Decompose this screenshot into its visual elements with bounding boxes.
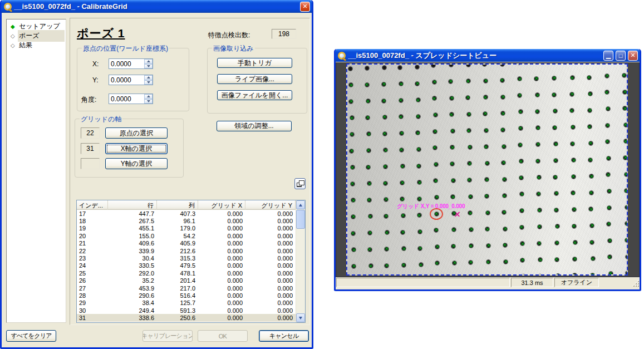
table-row[interactable]: 27453.9217.00.0000.000 xyxy=(77,284,296,292)
step-item[interactable]: ◇ 結果 xyxy=(7,41,66,50)
grid-dot xyxy=(587,75,592,80)
grid-dot xyxy=(383,181,388,186)
table-row[interactable]: 22339.9212.60.0000.000 xyxy=(77,247,296,254)
maximize-button[interactable]: □ xyxy=(616,51,626,61)
grid-dot xyxy=(519,191,524,196)
grid-dot xyxy=(381,82,386,87)
grid-dot xyxy=(485,161,490,166)
grid-dot xyxy=(500,127,505,132)
footer-button[interactable]: OK xyxy=(198,330,248,342)
column-header[interactable]: インデ... xyxy=(77,200,108,210)
step-bullet-icon: ◆ xyxy=(11,23,16,30)
grid-dot xyxy=(500,78,505,83)
column-header[interactable]: グリッド X xyxy=(198,200,245,210)
grid-dot xyxy=(415,81,420,86)
close-button[interactable]: ✕ xyxy=(300,2,310,12)
table-row[interactable]: 30249.4591.30.0000.000 xyxy=(77,307,296,314)
grid-dot xyxy=(535,142,540,147)
grid-dot xyxy=(538,257,543,262)
table-row[interactable]: 2330.4315.30.0000.000 xyxy=(77,254,296,262)
grid-dot xyxy=(552,125,557,130)
grid-dot xyxy=(351,198,356,203)
axis-select-button[interactable]: 原点の選択 xyxy=(105,127,168,139)
close-button[interactable]: ✕ xyxy=(628,51,638,61)
column-header[interactable]: 列 xyxy=(157,200,198,210)
grid-dot xyxy=(607,189,612,194)
spin-up-button[interactable] xyxy=(144,94,153,99)
capture-button[interactable]: ライブ画像... xyxy=(217,74,292,84)
grid-dot xyxy=(482,63,487,67)
grid-dot xyxy=(571,125,576,130)
spin-down-button[interactable] xyxy=(144,80,153,85)
status-time: 31.3 ms xyxy=(511,278,553,287)
grid-dot xyxy=(503,227,508,232)
table-row[interactable]: 2938.4125.70.0000.000 xyxy=(77,299,296,307)
table-row[interactable]: 18267.596.10.0000.000 xyxy=(77,217,296,224)
spin-up-button[interactable] xyxy=(144,59,153,64)
table-row[interactable]: 25292.0478.10.0000.000 xyxy=(77,269,296,277)
scroll-down-icon[interactable] xyxy=(296,313,305,322)
axis-count-box xyxy=(81,158,100,169)
grid-dot xyxy=(502,144,507,149)
step-list[interactable]: ◆ セットアップ ◇ ポーズ ◇ 結果 xyxy=(6,19,66,323)
grid-dot xyxy=(400,230,405,235)
grid-dot xyxy=(570,75,575,80)
table-header[interactable]: インデ...行列グリッド Xグリッド Y xyxy=(77,200,296,210)
capture-button[interactable]: 画像ファイルを開く... xyxy=(217,90,292,100)
grid-dot xyxy=(350,181,355,186)
grid-dot xyxy=(399,81,404,86)
image-view[interactable]: グリッド X,Y = 0.000_0.000 xyxy=(336,62,640,277)
axis-select-button[interactable]: X軸の選択 xyxy=(105,143,168,154)
grid-dot xyxy=(572,207,577,212)
resize-grip[interactable] xyxy=(632,280,639,287)
capture-button[interactable]: 手動トリガ xyxy=(217,58,292,68)
table-scrollbar[interactable] xyxy=(296,200,305,322)
table-row[interactable]: 17447.7407.30.0000.000 xyxy=(77,210,296,217)
table-row[interactable]: 20155.054.20.0000.000 xyxy=(77,232,296,239)
coordinate-spinbox[interactable]: 0.0000 xyxy=(109,75,153,85)
grid-dot xyxy=(537,224,542,229)
title-bar[interactable]: __is5100_0072fd_ - CalibrateGrid ✕ xyxy=(1,0,312,13)
table-row[interactable]: 19455.1179.00.0000.000 xyxy=(77,225,296,232)
calibration-photo[interactable]: グリッド X,Y = 0.000_0.000 xyxy=(346,63,628,276)
points-table[interactable]: インデ...行列グリッド Xグリッド Y 17447.7407.30.0000.… xyxy=(76,200,306,323)
copy-button[interactable] xyxy=(294,178,306,189)
table-row[interactable]: 2635.2201.40.0000.000 xyxy=(77,277,296,284)
column-header[interactable]: 行 xyxy=(108,200,157,210)
grid-dot xyxy=(434,212,439,217)
table-row[interactable]: 24330.5479.50.0000.000 xyxy=(77,262,296,269)
coordinate-spinbox[interactable]: 0.0000 xyxy=(109,94,153,104)
spin-up-button[interactable] xyxy=(144,75,153,80)
column-header[interactable]: グリッド Y xyxy=(245,200,296,210)
table-body[interactable]: 17447.7407.30.0000.00018267.596.10.0000.… xyxy=(77,210,296,322)
grid-dot xyxy=(521,274,526,276)
grid-dot xyxy=(552,63,557,64)
axis-count-box: 22 xyxy=(81,127,100,139)
title-bar[interactable]: __is5100_0072fd_ - スプレッドシートビュー ▁ □ ✕ xyxy=(335,49,640,62)
grid-dot xyxy=(399,131,404,136)
minimize-button[interactable]: ▁ xyxy=(603,51,613,61)
scroll-up-icon[interactable] xyxy=(296,200,305,209)
coordinate-spinbox[interactable]: 0.0000 xyxy=(109,58,153,69)
table-row[interactable]: 21409.6405.90.0000.000 xyxy=(77,240,296,247)
feature-count-value: 198 xyxy=(272,29,296,39)
spin-down-button[interactable] xyxy=(144,64,153,69)
region-adjust-button[interactable]: 領域の調整... xyxy=(217,121,292,131)
copy-icon xyxy=(297,183,302,187)
grid-dot xyxy=(468,194,473,199)
footer-button[interactable]: すべてをクリア xyxy=(6,330,56,342)
status-bar: 31.3 ms オフライン xyxy=(336,277,640,288)
table-row[interactable]: 28290.6516.40.0000.000 xyxy=(77,292,296,299)
table-row[interactable]: 31338.6250.60.0000.000 xyxy=(77,314,296,321)
grid-dot xyxy=(401,263,406,268)
spin-down-button[interactable] xyxy=(144,99,153,104)
grid-dot xyxy=(350,115,355,120)
grid-dot xyxy=(589,223,594,228)
axis-select-button[interactable]: Y軸の選択 xyxy=(105,158,168,169)
footer-button[interactable]: キャリブレーション xyxy=(142,330,193,342)
step-item[interactable]: ◇ ポーズ xyxy=(7,31,66,41)
footer-button[interactable]: キャンセル xyxy=(259,330,309,342)
step-item[interactable]: ◆ セットアップ xyxy=(7,22,66,31)
grid-dot xyxy=(518,109,523,114)
scroll-thumb[interactable] xyxy=(296,210,305,229)
